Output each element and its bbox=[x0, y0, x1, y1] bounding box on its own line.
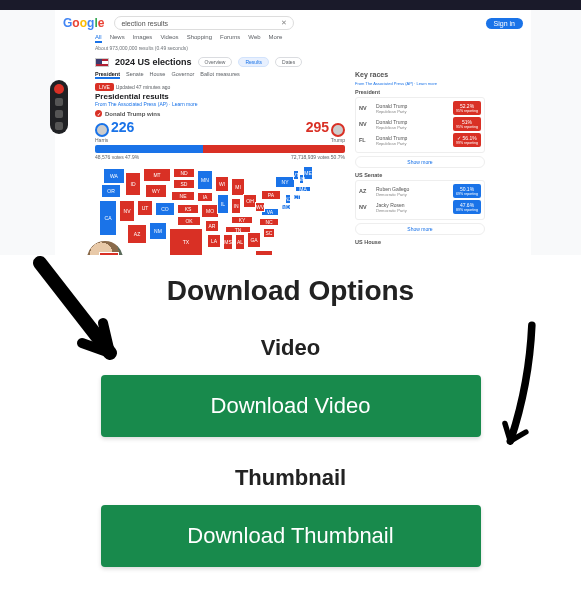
race-pct: 52.2%95% reporting bbox=[453, 101, 481, 115]
state-ID[interactable]: ID bbox=[125, 172, 141, 196]
state-LA[interactable]: LA bbox=[207, 234, 221, 248]
live-badge: LIVE bbox=[95, 83, 114, 91]
race-row[interactable]: NVJacky RosenDemocratic Party47.6%89% re… bbox=[359, 200, 481, 214]
election-panel-header: 2024 US elections Overview Results Dates bbox=[95, 57, 523, 67]
race-tabs: President Senate House Governor Ballot m… bbox=[95, 71, 345, 79]
clear-icon[interactable]: ✕ bbox=[281, 19, 287, 27]
rep-count: 295 bbox=[306, 119, 329, 135]
race-pct: 47.6%89% reporting bbox=[453, 200, 481, 214]
stop-icon[interactable] bbox=[55, 110, 63, 118]
sign-in-button[interactable]: Sign in bbox=[486, 18, 523, 29]
updated-text: Updated 47 minutes ago bbox=[116, 84, 170, 90]
state-MS[interactable]: MS bbox=[223, 234, 233, 250]
race-tab-house[interactable]: House bbox=[150, 71, 166, 79]
race-row[interactable]: AZRuben GallegoDemocratic Party50.1%69% … bbox=[359, 184, 481, 198]
bar-rep bbox=[203, 145, 346, 153]
search-tabs: All News Images Videos Shopping Forums W… bbox=[95, 34, 523, 43]
race-row[interactable]: NVDonald TrumpRepublican Party52.2%95% r… bbox=[359, 101, 481, 115]
state-CA[interactable]: CA bbox=[99, 200, 117, 236]
state-IN[interactable]: IN bbox=[231, 198, 241, 214]
race-pct: ✓ 56.1%99% reporting bbox=[453, 133, 481, 147]
tab-forums[interactable]: Forums bbox=[220, 34, 240, 43]
tally-row: 226 Harris 295 Trump bbox=[95, 119, 345, 143]
race-state: NV bbox=[359, 204, 373, 210]
state-NM[interactable]: NM bbox=[149, 222, 167, 240]
settings-icon[interactable] bbox=[55, 122, 63, 130]
tab-web[interactable]: Web bbox=[248, 34, 260, 43]
state-WI[interactable]: WI bbox=[215, 176, 229, 192]
state-PA[interactable]: PA bbox=[261, 190, 281, 200]
download-video-button[interactable]: Download Video bbox=[101, 375, 481, 437]
tab-shopping[interactable]: Shopping bbox=[187, 34, 212, 43]
race-tab-senate[interactable]: Senate bbox=[126, 71, 143, 79]
state-NE[interactable]: NE bbox=[171, 191, 195, 201]
us-election-map[interactable]: WAORMTIDNDSDWYNEMNWIIACANVUTCOKSMOAZNMOK… bbox=[95, 164, 335, 255]
state-CT[interactable]: CT bbox=[293, 194, 301, 200]
tab-all[interactable]: All bbox=[95, 34, 102, 43]
show-more-senate[interactable]: Show more bbox=[355, 223, 485, 235]
state-KS[interactable]: KS bbox=[177, 204, 199, 214]
state-GA[interactable]: GA bbox=[247, 232, 261, 248]
tab-news[interactable]: News bbox=[110, 34, 125, 43]
show-more-pres[interactable]: Show more bbox=[355, 156, 485, 168]
dem-avatar bbox=[95, 123, 109, 137]
state-WY[interactable]: WY bbox=[145, 184, 167, 198]
state-OK[interactable]: OK bbox=[177, 216, 201, 226]
pill-results[interactable]: Results bbox=[238, 57, 269, 67]
download-options-title: Download Options bbox=[30, 275, 551, 307]
state-MA[interactable]: MA bbox=[295, 186, 311, 192]
state-MT[interactable]: MT bbox=[143, 168, 171, 182]
tab-images[interactable]: Images bbox=[133, 34, 153, 43]
state-CO[interactable]: CO bbox=[155, 202, 175, 216]
key-races-source[interactable]: From The Associated Press (AP) · Learn m… bbox=[355, 81, 485, 86]
state-KY[interactable]: KY bbox=[231, 216, 253, 224]
pill-overview[interactable]: Overview bbox=[198, 57, 233, 67]
video-preview-screenshot: Google election results ✕ Sign in All Ne… bbox=[0, 0, 581, 255]
state-SD[interactable]: SD bbox=[173, 179, 195, 189]
race-row[interactable]: NVDonald TrumpRepublican Party51%95% rep… bbox=[359, 117, 481, 131]
google-logo: Google bbox=[63, 16, 104, 30]
state-IL[interactable]: IL bbox=[217, 194, 229, 214]
state-OR[interactable]: OR bbox=[101, 184, 121, 198]
tab-videos[interactable]: Videos bbox=[160, 34, 178, 43]
state-AR[interactable]: AR bbox=[205, 220, 219, 232]
state-TX[interactable]: TX bbox=[169, 228, 203, 255]
pill-dates[interactable]: Dates bbox=[275, 57, 302, 67]
source-line[interactable]: From The Associated Press (AP) · Learn m… bbox=[95, 101, 345, 107]
video-heading: Video bbox=[30, 335, 551, 361]
state-NJ[interactable]: NJ bbox=[285, 194, 291, 204]
result-count: About 973,000,000 results (0.49 seconds) bbox=[95, 45, 523, 51]
search-input[interactable]: election results ✕ bbox=[114, 16, 294, 30]
download-options-panel: Download Options Video Download Video Th… bbox=[0, 255, 581, 567]
state-AL[interactable]: AL bbox=[235, 234, 245, 250]
state-NH[interactable]: NH bbox=[299, 174, 304, 184]
state-AZ[interactable]: AZ bbox=[127, 224, 147, 244]
president-races-block: NVDonald TrumpRepublican Party52.2%95% r… bbox=[355, 97, 485, 153]
check-icon: ✓ bbox=[95, 110, 102, 117]
state-ND[interactable]: ND bbox=[173, 168, 195, 178]
thumbnail-heading: Thumbnail bbox=[30, 465, 551, 491]
pause-icon[interactable] bbox=[55, 98, 63, 106]
state-WA[interactable]: WA bbox=[103, 168, 125, 184]
state-SC[interactable]: SC bbox=[263, 228, 275, 238]
race-tab-governor[interactable]: Governor bbox=[171, 71, 194, 79]
race-row[interactable]: FLDonald TrumpRepublican Party✓ 56.1%99%… bbox=[359, 133, 481, 147]
dem-label: Harris bbox=[95, 137, 134, 143]
results-left-column: President Senate House Governor Ballot m… bbox=[95, 71, 345, 255]
state-WV[interactable]: WV bbox=[255, 202, 265, 212]
key-races-column: Key races From The Associated Press (AP)… bbox=[355, 71, 485, 255]
tab-more[interactable]: More bbox=[269, 34, 283, 43]
bar-label-left: 48,576 votes 47.9% bbox=[95, 154, 139, 160]
race-tab-president[interactable]: President bbox=[95, 71, 120, 79]
download-thumbnail-button[interactable]: Download Thumbnail bbox=[101, 505, 481, 567]
state-MN[interactable]: MN bbox=[197, 170, 213, 190]
state-UT[interactable]: UT bbox=[137, 200, 153, 216]
winner-line: ✓ Donald Trump wins bbox=[95, 110, 345, 117]
state-NV[interactable]: NV bbox=[119, 200, 135, 222]
state-NC[interactable]: NC bbox=[259, 218, 279, 226]
state-MD[interactable]: MD bbox=[281, 204, 291, 210]
race-tab-ballot[interactable]: Ballot measures bbox=[200, 71, 239, 79]
state-IA[interactable]: IA bbox=[197, 192, 213, 202]
record-icon[interactable] bbox=[54, 84, 64, 94]
senate-label: US Senate bbox=[355, 172, 485, 178]
